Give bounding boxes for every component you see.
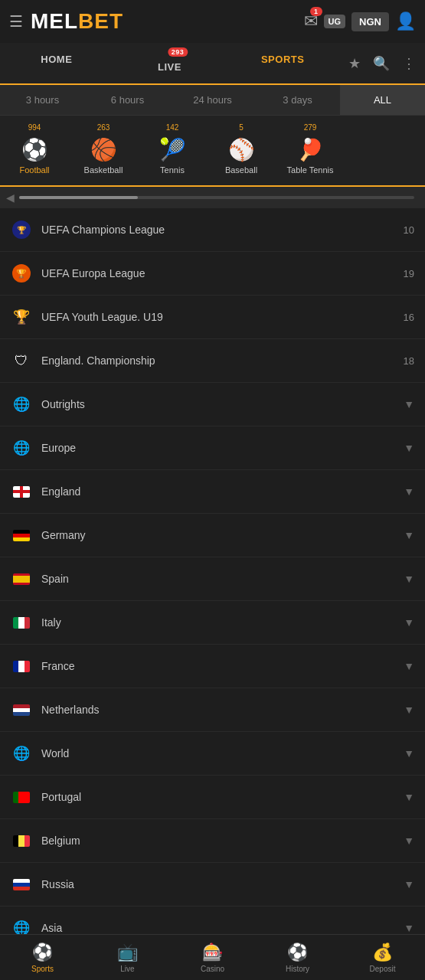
netherlands-name: Netherlands <box>41 704 404 716</box>
italy-chevron: ▼ <box>404 616 414 629</box>
england-flag-icon <box>11 481 32 502</box>
bottom-live-icon: 📺 <box>117 942 138 962</box>
portugal-name: Portugal <box>41 791 404 803</box>
netherlands-flag-icon <box>11 699 32 720</box>
user-icon: 👤 <box>395 11 416 31</box>
world-icon: 🌐 <box>11 743 32 764</box>
bottom-casino-icon: 🎰 <box>202 942 223 962</box>
eng-champ-icon: 🛡 <box>11 350 32 371</box>
italy-flag-icon <box>11 612 32 633</box>
belgium-chevron: ▼ <box>404 835 414 847</box>
time-3hours[interactable]: 3 hours <box>0 85 85 115</box>
bottom-history-label: History <box>286 965 309 973</box>
outrights-chevron: ▼ <box>404 398 414 410</box>
scroll-track <box>19 196 414 199</box>
search-icon[interactable]: 🔍 <box>373 55 390 72</box>
bottom-nav: ⚽ Sports 📺 Live 🎰 Casino ⚽ History 💰 Dep… <box>0 934 425 980</box>
sport-table-tennis[interactable]: 279 🏓 Table Tennis <box>276 120 345 178</box>
bottom-nav-live[interactable]: 📺 Live <box>85 935 170 980</box>
logo-text: MELBET <box>31 9 123 34</box>
logo: MELBET <box>31 9 296 34</box>
sport-basketball[interactable]: 263 🏀 Basketball <box>69 120 138 178</box>
germany-flag-icon <box>11 524 32 546</box>
bottom-sports-label: Sports <box>31 965 54 973</box>
scroll-left-arrow[interactable]: ◀ <box>6 191 15 204</box>
uel-icon: 🏆 <box>11 263 32 284</box>
bottom-casino-label: Casino <box>201 965 224 973</box>
uyl-icon: 🏆 <box>11 306 32 328</box>
section-germany[interactable]: Germany ▼ <box>0 514 425 557</box>
more-icon[interactable]: ⋮ <box>402 55 416 72</box>
uyl-name: UEFA Youth League. U19 <box>41 311 404 323</box>
bottom-nav-history[interactable]: ⚽ History <box>255 935 340 980</box>
uyl-count: 16 <box>404 312 414 323</box>
league-list: 🏆 UEFA Champions League 10 🏆 UEFA Europa… <box>0 208 425 950</box>
tab-home[interactable]: HOME <box>0 43 113 83</box>
section-outrights[interactable]: 🌐 Outrights ▼ <box>0 383 425 426</box>
russia-name: Russia <box>41 878 404 890</box>
france-flag-icon <box>11 655 32 677</box>
ug-button[interactable]: UG <box>324 15 346 28</box>
belgium-flag-icon <box>11 830 32 851</box>
ucl-icon: 🏆 <box>11 219 32 240</box>
section-netherlands[interactable]: Netherlands ▼ <box>0 688 425 732</box>
europe-icon: 🌐 <box>11 437 32 459</box>
section-russia[interactable]: Russia ▼ <box>0 863 425 906</box>
notification-button[interactable]: ✉ 1 <box>304 11 318 31</box>
league-ucl[interactable]: 🏆 UEFA Champions League 10 <box>0 208 425 252</box>
sport-baseball[interactable]: 5 ⚾ Baseball <box>207 120 276 178</box>
menu-icon[interactable]: ☰ <box>9 12 23 31</box>
europe-chevron: ▼ <box>404 442 414 454</box>
outrights-name: Outrights <box>41 398 404 410</box>
currency-button[interactable]: NGN <box>351 12 389 31</box>
eng-champ-name: England. Championship <box>41 354 404 367</box>
tab-live[interactable]: 293 LIVE <box>113 43 227 83</box>
section-england[interactable]: England ▼ <box>0 470 425 514</box>
portugal-flag-icon <box>11 786 32 808</box>
bottom-nav-casino[interactable]: 🎰 Casino <box>170 935 255 980</box>
tab-sports[interactable]: SPORTS <box>226 43 339 83</box>
spain-name: Spain <box>41 573 404 585</box>
section-europe[interactable]: 🌐 Europe ▼ <box>0 426 425 470</box>
world-chevron: ▼ <box>404 747 414 760</box>
portugal-chevron: ▼ <box>404 791 414 803</box>
section-belgium[interactable]: Belgium ▼ <box>0 819 425 863</box>
league-uel[interactable]: 🏆 UEFA Europa League 19 <box>0 252 425 296</box>
france-chevron: ▼ <box>404 660 414 672</box>
uel-count: 19 <box>404 268 414 279</box>
bottom-sports-icon: ⚽ <box>32 942 53 962</box>
section-world[interactable]: 🌐 World ▼ <box>0 732 425 776</box>
favorites-icon[interactable]: ★ <box>348 55 361 72</box>
nav-extra-icons: ★ 🔍 ⋮ <box>339 43 425 83</box>
section-italy[interactable]: Italy ▼ <box>0 601 425 645</box>
time-filter: 3 hours 6 hours 24 hours 3 days ALL <box>0 85 425 116</box>
england-chevron: ▼ <box>404 485 414 498</box>
sport-tennis[interactable]: 142 🎾 Tennis <box>138 120 207 178</box>
user-button[interactable]: 👤 <box>395 11 416 31</box>
germany-name: Germany <box>41 529 404 541</box>
netherlands-chevron: ▼ <box>404 704 414 716</box>
time-all[interactable]: ALL <box>340 85 425 115</box>
time-6hours[interactable]: 6 hours <box>85 85 170 115</box>
time-3days[interactable]: 3 days <box>255 85 340 115</box>
bottom-live-label: Live <box>120 965 134 973</box>
bottom-nav-deposit[interactable]: 💰 Deposit <box>340 935 425 980</box>
belgium-name: Belgium <box>41 835 404 847</box>
section-france[interactable]: France ▼ <box>0 645 425 688</box>
outrights-icon: 🌐 <box>11 394 32 415</box>
section-spain[interactable]: Spain ▼ <box>0 557 425 601</box>
ucl-name: UEFA Champions League <box>41 224 404 236</box>
header-icons: ✉ 1 UG NGN 👤 <box>304 11 416 31</box>
world-name: World <box>41 747 404 760</box>
time-24hours[interactable]: 24 hours <box>170 85 255 115</box>
russia-flag-icon <box>11 874 32 895</box>
sport-icons-row: 994 ⚽ Football 263 🏀 Basketball 142 🎾 Te… <box>0 116 425 187</box>
league-eng-champ[interactable]: 🛡 England. Championship 18 <box>0 339 425 383</box>
sport-football[interactable]: 994 ⚽ Football <box>0 120 69 178</box>
section-portugal[interactable]: Portugal ▼ <box>0 776 425 819</box>
bottom-deposit-icon: 💰 <box>372 942 393 962</box>
bottom-deposit-label: Deposit <box>370 965 396 973</box>
bottom-nav-sports[interactable]: ⚽ Sports <box>0 935 85 980</box>
league-uyl[interactable]: 🏆 UEFA Youth League. U19 16 <box>0 296 425 339</box>
ucl-count: 10 <box>404 224 414 236</box>
